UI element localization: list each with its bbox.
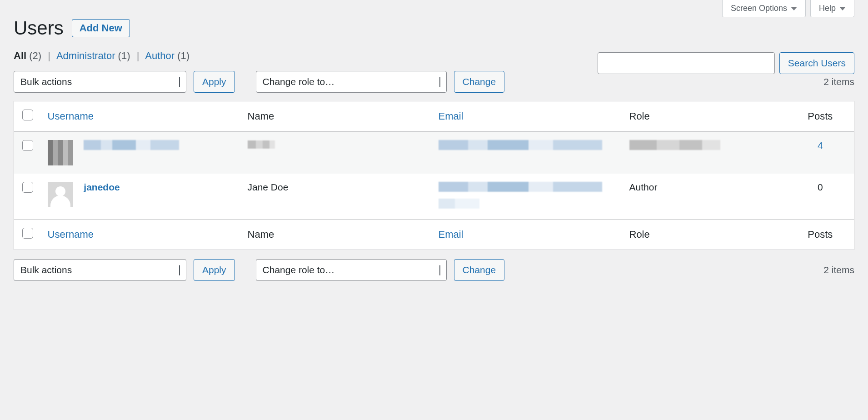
change-role-select[interactable]: Change role to… — [256, 71, 447, 93]
apply-button[interactable]: Apply — [194, 71, 235, 93]
col-name: Name — [241, 101, 432, 132]
col-posts: Posts — [787, 101, 854, 132]
avatar — [48, 182, 73, 207]
items-count: 2 items — [823, 265, 854, 275]
apply-button[interactable]: Apply — [194, 259, 235, 281]
row-checkbox[interactable] — [22, 140, 33, 151]
name-redacted — [248, 140, 275, 149]
col-role: Role — [623, 220, 787, 250]
col-email[interactable]: Email — [439, 110, 464, 122]
table-row: janedoe Jane Doe Author 0 — [14, 174, 854, 220]
screen-options-button[interactable]: Screen Options — [722, 0, 806, 17]
username-link[interactable]: janedoe — [84, 182, 120, 192]
email-redacted — [439, 140, 602, 150]
email-redacted — [439, 199, 479, 209]
select-all-checkbox[interactable] — [22, 228, 33, 239]
help-button[interactable]: Help — [810, 0, 854, 17]
avatar — [48, 140, 73, 165]
filter-author[interactable]: Author (1) — [145, 50, 190, 61]
page-title: Users — [14, 17, 64, 39]
filter-all[interactable]: All (2) — [14, 50, 44, 61]
select-all-checkbox[interactable] — [22, 110, 33, 120]
col-posts: Posts — [787, 220, 854, 250]
caret-down-icon — [791, 7, 797, 10]
items-count: 2 items — [823, 76, 854, 87]
users-table: Username Name Email Role Posts 4 janedoe — [14, 101, 854, 250]
change-button[interactable]: Change — [454, 71, 505, 93]
role-cell: Author — [623, 174, 787, 220]
bulk-actions-select[interactable]: Bulk actions — [14, 259, 186, 281]
search-input[interactable] — [598, 52, 775, 74]
search-button[interactable]: Search Users — [779, 52, 854, 74]
bulk-actions-select[interactable]: Bulk actions — [14, 71, 186, 93]
posts-cell: 0 — [787, 174, 854, 220]
email-redacted — [439, 182, 602, 192]
table-row: 4 — [14, 132, 854, 174]
change-role-select[interactable]: Change role to… — [256, 259, 447, 281]
add-new-button[interactable]: Add New — [72, 19, 130, 37]
col-name: Name — [241, 220, 432, 250]
col-role: Role — [623, 101, 787, 132]
help-label: Help — [819, 4, 836, 13]
col-email[interactable]: Email — [439, 229, 464, 240]
role-redacted — [629, 140, 720, 150]
row-checkbox[interactable] — [22, 182, 33, 193]
posts-link[interactable]: 4 — [818, 140, 823, 150]
col-username[interactable]: Username — [48, 110, 94, 122]
change-button[interactable]: Change — [454, 259, 505, 281]
caret-down-icon — [839, 7, 846, 10]
screen-options-label: Screen Options — [731, 4, 787, 13]
filter-administrator[interactable]: Administrator (1) — [56, 50, 133, 61]
username-redacted — [84, 140, 179, 150]
col-username[interactable]: Username — [48, 229, 94, 240]
name-cell: Jane Doe — [241, 174, 432, 220]
